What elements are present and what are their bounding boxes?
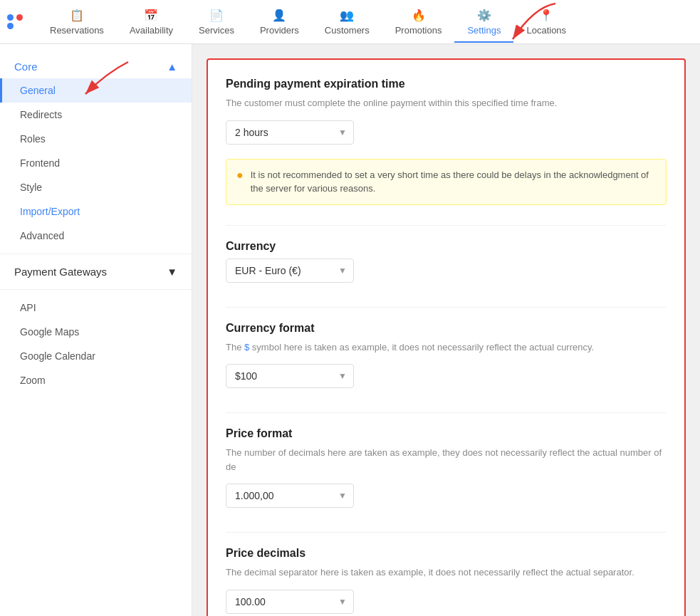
- currency-format-desc: The $ symbol here is taken as example, i…: [226, 340, 667, 355]
- separator-1: [226, 225, 667, 226]
- settings-panel: Pending payment expiration time The cust…: [207, 58, 686, 616]
- sidebar-core-label: Core: [14, 61, 38, 73]
- sidebar-core-chevron: ▲: [167, 61, 177, 73]
- sidebar-item-roles[interactable]: Roles: [0, 127, 192, 151]
- sidebar-section-payment-gateways: Payment Gateways ▼: [0, 260, 192, 283]
- section-currency-format: Currency format The $ symbol here is tak…: [226, 322, 667, 393]
- promotions-icon: 🔥: [412, 9, 426, 22]
- sidebar-item-api[interactable]: API: [0, 296, 192, 320]
- nav-label-availability: Availability: [130, 25, 173, 36]
- sidebar-item-style[interactable]: Style: [0, 175, 192, 199]
- customers-icon: 👥: [340, 9, 354, 22]
- nav-item-settings[interactable]: ⚙️ Settings: [454, 1, 513, 43]
- sidebar: Core ▲ General Redirects Roles Frontend …: [0, 44, 192, 616]
- reservations-icon: 📋: [70, 9, 84, 22]
- nav-label-promotions: Promotions: [395, 25, 442, 36]
- availability-icon: 📅: [144, 9, 158, 22]
- currency-format-title: Currency format: [226, 322, 667, 335]
- nav-label-services: Services: [199, 25, 234, 36]
- sidebar-item-google-maps[interactable]: Google Maps: [0, 320, 192, 344]
- logo-dot-blue-bottom: [7, 23, 14, 29]
- nav-item-services[interactable]: 📄 Services: [186, 1, 247, 43]
- sidebar-core-header[interactable]: Core ▲: [0, 55, 192, 78]
- nav-label-reservations: Reservations: [50, 25, 104, 36]
- nav-item-reservations[interactable]: 📋 Reservations: [37, 1, 117, 43]
- nav-item-providers[interactable]: 👤 Providers: [247, 1, 312, 43]
- sidebar-item-google-calendar[interactable]: Google Calendar: [0, 344, 192, 368]
- nav-item-customers[interactable]: 👥 Customers: [312, 1, 382, 43]
- sidebar-payment-gateways-label: Payment Gateways: [14, 266, 107, 278]
- sidebar-item-zoom[interactable]: Zoom: [0, 368, 192, 392]
- currency-format-select-wrapper: $100 100$ $ 100 100 $ ▼: [226, 364, 354, 388]
- price-decimals-select[interactable]: 100 100.0 100.00 100.000: [226, 590, 354, 614]
- section-currency: Currency USD - Dollar ($) EUR - Euro (€)…: [226, 240, 667, 287]
- section-price-format: Price format The number of decimals here…: [226, 427, 667, 512]
- currency-title: Currency: [226, 240, 667, 253]
- separator-3: [226, 412, 667, 413]
- nav-item-promotions[interactable]: 🔥 Promotions: [382, 1, 455, 43]
- top-navigation: 📋 Reservations 📅 Availability 📄 Services…: [0, 0, 700, 44]
- logo-dot-empty: [16, 23, 23, 29]
- sidebar-item-import-export[interactable]: Import/Export: [0, 199, 192, 224]
- sidebar-divider-2: [0, 289, 192, 290]
- nav-item-locations[interactable]: 📍 Locations: [513, 1, 579, 43]
- sidebar-item-redirects[interactable]: Redirects: [0, 103, 192, 127]
- nav-label-locations: Locations: [526, 25, 566, 36]
- currency-format-select[interactable]: $100 100$ $ 100 100 $: [226, 364, 354, 388]
- section-pending-payment: Pending payment expiration time The cust…: [226, 78, 667, 205]
- sidebar-divider: [0, 254, 192, 254]
- pending-payment-select-wrapper: 30 minutes 1 hour 2 hours 4 hours 8 hour…: [226, 120, 354, 145]
- warning-box: ● It is not recommended to set a very sh…: [226, 159, 667, 205]
- layout: Core ▲ General Redirects Roles Frontend …: [0, 44, 700, 616]
- settings-icon: ⚙️: [477, 9, 491, 22]
- sidebar-item-frontend[interactable]: Frontend: [0, 151, 192, 175]
- warning-text: It is not recommended to set a very shor…: [251, 168, 656, 196]
- price-format-select-wrapper: 1,000.00 1.000,00 1 000.00 ▼: [226, 484, 354, 508]
- price-decimals-select-wrapper: 100 100.0 100.00 100.000 ▼: [226, 590, 354, 614]
- separator-4: [226, 532, 667, 533]
- nav-label-providers: Providers: [260, 25, 299, 36]
- price-decimals-desc: The decimal separator here is taken as e…: [226, 565, 667, 580]
- locations-icon: 📍: [539, 9, 553, 22]
- app-logo: [7, 14, 23, 30]
- pending-payment-desc: The customer must complete the online pa…: [226, 96, 667, 110]
- main-content: Pending payment expiration time The cust…: [192, 44, 700, 616]
- currency-select[interactable]: USD - Dollar ($) EUR - Euro (€) GBP - Po…: [226, 259, 354, 283]
- sidebar-payment-gateways-chevron: ▼: [167, 266, 177, 278]
- sidebar-section-core: Core ▲ General Redirects Roles Frontend …: [0, 55, 192, 248]
- price-format-title: Price format: [226, 427, 667, 440]
- nav-item-availability[interactable]: 📅 Availability: [117, 1, 186, 43]
- nav-label-customers: Customers: [325, 25, 370, 36]
- services-icon: 📄: [209, 9, 224, 22]
- nav-label-settings: Settings: [467, 25, 501, 36]
- nav-items: 📋 Reservations 📅 Availability 📄 Services…: [37, 1, 693, 43]
- logo-dot-red: [16, 14, 23, 21]
- section-price-decimals: Price decimals The decimal separator her…: [226, 547, 667, 616]
- price-decimals-title: Price decimals: [226, 547, 667, 560]
- providers-icon: 👤: [272, 9, 286, 22]
- price-format-desc: The number of decimals here are taken as…: [226, 446, 667, 474]
- logo-icon: [7, 14, 23, 30]
- logo-dot-blue-top: [7, 14, 14, 21]
- warning-icon: ●: [236, 169, 244, 182]
- sidebar-item-advanced[interactable]: Advanced: [0, 224, 192, 248]
- pending-payment-select[interactable]: 30 minutes 1 hour 2 hours 4 hours 8 hour…: [226, 120, 354, 145]
- sidebar-item-general[interactable]: General: [0, 78, 192, 103]
- currency-select-wrapper: USD - Dollar ($) EUR - Euro (€) GBP - Po…: [226, 259, 354, 283]
- price-format-select[interactable]: 1,000.00 1.000,00 1 000.00: [226, 484, 354, 508]
- pending-payment-title: Pending payment expiration time: [226, 78, 667, 90]
- separator-2: [226, 307, 667, 308]
- sidebar-payment-gateways-header[interactable]: Payment Gateways ▼: [0, 260, 192, 283]
